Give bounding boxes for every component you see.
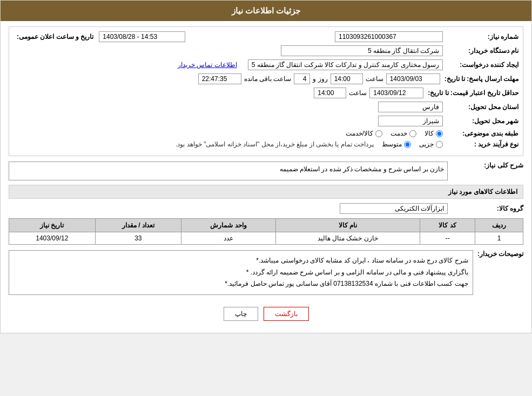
price-validity-label: حداقل تاریخ اعتبار قیمت: تا تاریخ: [423,89,518,97]
process-radio-group: جزیی متوسط [382,140,443,148]
send-date-value: 1403/09/03 [386,73,440,84]
buyer-notes-line2: باگزاری پیشنهاد فنی و مالی در سامانه الز… [14,267,468,279]
cell-name: خازن خشک متال هالید [275,232,420,245]
category-option-khedmat[interactable]: خدمت [390,130,416,137]
back-button[interactable]: بازگشت [264,307,309,321]
goods-group-label: گروه کالا: [448,205,523,212]
category-option-kala[interactable]: کالا [425,130,443,137]
buyer-notes-content: شرح کالای درج شده در سامانه ستاد ، ایران… [9,250,473,295]
send-day-value: 4 [294,73,310,84]
province-label: استان محل تحویل: [443,103,518,111]
main-content: شماره نیاز: 1103093261000367 1403/08/28 … [1,21,531,333]
row-creator: ایجاد کننده درخواست: رسول مختاری کارمند … [14,59,518,70]
cell-unit: عدد [181,232,276,245]
category-label: طبقه بندی موضوعی: [443,130,518,137]
row-general-desc: شرح کلی نیاز: خازن بر اساس شرح و مشخصات … [9,162,523,180]
category-radio-group: کالا خدمت کالا/خدمت [346,130,443,137]
send-day-label: روز و [313,75,327,83]
province-value: فارس [378,102,443,112]
category-radio-both[interactable] [375,130,382,137]
buyer-station-value: شرکت انتقال گاز منطقه 5 [281,45,443,56]
need-number-value: 1103093261000367 [335,31,443,42]
remaining-time-value: 22:47:35 [198,73,241,84]
city-value: شیراز [378,116,443,126]
city-label: شهر محل تحویل: [443,117,518,125]
row-price-validity: حداقل تاریخ اعتبار قیمت: تا تاریخ: 1403/… [14,88,518,98]
col-code: کد کالا [420,219,475,232]
cell-code: -- [420,232,475,245]
col-unit: واحد شمارش [181,219,276,232]
contact-link[interactable]: اطلاعات تماس خریدار [178,61,237,69]
general-desc-label: شرح کلی نیاز: [448,162,523,169]
col-quantity: تعداد / مقدار [95,219,181,232]
goods-info-title: اطلاعات کالاهای مورد نیاز [9,185,523,199]
process-radio-motevaset[interactable] [404,141,411,148]
need-number-label: شماره نیاز: [443,33,518,41]
price-validity-time: 14:00 [314,88,346,98]
process-label-jozei: جزیی [419,140,434,148]
category-label-khedmat: خدمت [390,130,407,137]
row-process-type: نوع فرآیند خرید : جزیی متوسط پرداخت تمام… [14,140,518,148]
buyer-notes-line1: شرح کالای درج شده در سامانه ستاد ، ایران… [14,255,468,267]
announce-date-label: تاریخ و ساعت اعلان عمومی: [14,33,93,41]
info-section: شماره نیاز: 1103093261000367 1403/08/28 … [9,26,523,156]
bottom-buttons: بازگشت چاپ [9,300,523,327]
send-time-value: 14:00 [331,73,363,84]
buyer-notes-line3: جهت کسب اطلاعات فنی با شماره 07138132534… [14,278,468,290]
page-header: جزئیات اطلاعات نیاز [1,1,531,21]
process-option-jozei[interactable]: جزیی [419,140,443,148]
col-row: ردیف [475,219,523,232]
row-province: استان محل تحویل: فارس [14,102,518,112]
creator-label: ایجاد کننده درخواست: [443,61,518,69]
send-deadline-label: مهلت ارسال پاسخ: تا تاریخ: [440,75,518,83]
price-validity-date: 1403/09/12 [369,88,423,98]
price-validity-time-label: ساعت [349,89,367,97]
process-radio-jozei[interactable] [436,141,443,148]
category-radio-kala[interactable] [436,130,443,137]
col-name: نام کالا [275,219,420,232]
goods-table-section: ردیف کد کالا نام کالا واحد شمارش تعداد /… [9,218,523,245]
general-desc-value: خازن بر اساس شرح و مشخصات ذکر شده در است… [9,162,448,180]
remaining-time-label: ساعت باقی مانده [244,75,292,83]
process-label: نوع فرآیند خرید : [443,140,518,148]
cell-date: 1403/09/12 [9,232,96,245]
row-need-number: شماره نیاز: 1103093261000367 1403/08/28 … [14,31,518,42]
creator-value: رسول مختاری کارمند کنترل و تدارکات کالا … [248,59,443,70]
announce-date-value: 1403/08/28 - 14:53 [99,31,185,42]
cell-quantity: 33 [95,232,181,245]
row-goods-group: گروه کالا: ابزارآلات الکتریکی [9,203,523,214]
row-buyer-notes: توصیحات خریدار: شرح کالای درج شده در سام… [9,250,523,295]
buyer-notes-label: توصیحات خریدار: [473,250,523,258]
col-date: تاریخ نیاز [9,219,96,232]
page-title: جزئیات اطلاعات نیاز [232,6,300,15]
table-row: 1--خازن خشک متال هالیدعدد331403/09/12 [9,232,523,245]
cell-row: 1 [475,232,523,245]
page-wrapper: جزئیات اطلاعات نیاز شماره نیاز: 11030932… [0,0,532,333]
row-buyer-station: نام دستگاه خریدار: شرکت انتقال گاز منطقه… [14,45,518,56]
process-note: پرداخت تمام یا بخشی از مبلغ خرید،از محل … [176,140,374,148]
row-send-deadline: مهلت ارسال پاسخ: تا تاریخ: 1403/09/03 سا… [14,73,518,84]
category-option-both[interactable]: کالا/خدمت [346,130,382,137]
send-time-label: ساعت [366,75,383,83]
print-button[interactable]: چاپ [224,307,258,321]
category-label-both: کالا/خدمت [346,130,373,137]
category-radio-khedmat[interactable] [409,130,416,137]
category-label-kala: کالا [425,130,434,137]
process-option-motevaset[interactable]: متوسط [382,140,411,148]
row-city: شهر محل تحویل: شیراز [14,116,518,126]
buyer-station-label: نام دستگاه خریدار: [443,47,518,55]
goods-group-value: ابزارآلات الکتریکی [340,203,448,214]
process-label-motevaset: متوسط [382,140,402,148]
goods-table: ردیف کد کالا نام کالا واحد شمارش تعداد /… [9,218,523,245]
row-category: طبقه بندی موضوعی: کالا خدمت کالا/خدمت [14,130,518,137]
